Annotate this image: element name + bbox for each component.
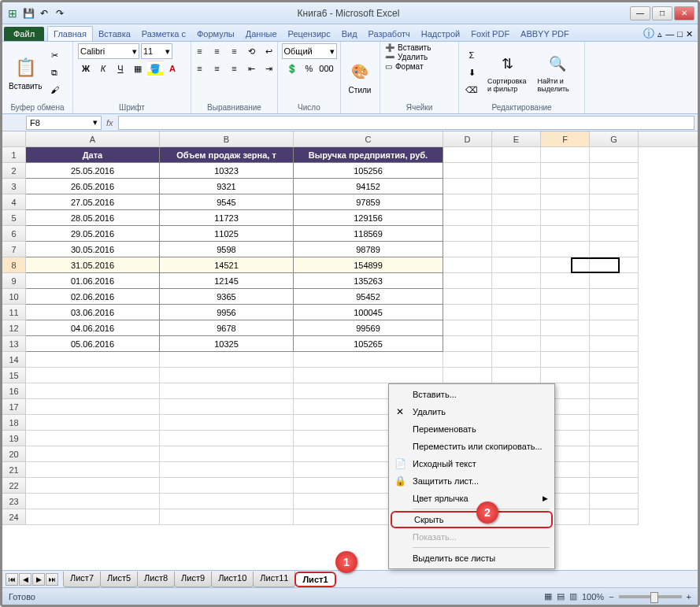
cell[interactable] bbox=[492, 352, 541, 368]
cell[interactable] bbox=[541, 210, 590, 226]
cell[interactable]: 154899 bbox=[294, 257, 443, 273]
cell[interactable]: 04.06.2016 bbox=[26, 320, 160, 336]
zoom-in-icon[interactable]: + bbox=[687, 592, 691, 601]
cell[interactable] bbox=[590, 257, 639, 273]
cell[interactable] bbox=[492, 320, 541, 336]
cell[interactable] bbox=[26, 509, 160, 525]
col-header-E[interactable]: E bbox=[492, 131, 541, 146]
cell[interactable]: 05.06.2016 bbox=[26, 336, 160, 352]
cell[interactable] bbox=[541, 273, 590, 289]
formula-input[interactable] bbox=[118, 116, 694, 130]
tab-Вставка[interactable]: Вставка bbox=[93, 27, 136, 41]
col-header-G[interactable]: G bbox=[590, 131, 639, 146]
row-header[interactable]: 6 bbox=[2, 226, 26, 242]
cell[interactable]: 9956 bbox=[160, 305, 294, 320]
zoom-out-icon[interactable]: − bbox=[609, 592, 613, 601]
cell[interactable] bbox=[443, 273, 492, 289]
cell[interactable] bbox=[590, 273, 639, 289]
col-header-C[interactable]: C bbox=[294, 131, 443, 146]
decrease-indent-icon[interactable]: ⇤ bbox=[244, 61, 260, 76]
row-header[interactable]: 22 bbox=[2, 478, 26, 494]
cell[interactable] bbox=[160, 352, 294, 368]
context-menu-item[interactable]: Переместить или скопировать... bbox=[391, 438, 553, 455]
cell[interactable] bbox=[590, 446, 639, 462]
align-left-icon[interactable]: ≡ bbox=[192, 61, 208, 76]
maximize-button[interactable]: □ bbox=[652, 6, 672, 20]
currency-icon[interactable]: 💲 bbox=[284, 61, 300, 76]
fill-icon[interactable]: ⬇ bbox=[464, 65, 480, 80]
align-middle-icon[interactable]: ≡ bbox=[209, 43, 225, 59]
cell[interactable] bbox=[26, 431, 160, 446]
find-select-button[interactable]: 🔍 Найти и выделить bbox=[536, 50, 580, 95]
cell[interactable]: 30.05.2016 bbox=[26, 242, 160, 257]
context-menu-item[interactable]: 📄Исходный текст bbox=[391, 455, 553, 472]
autosum-icon[interactable]: Σ bbox=[464, 47, 480, 63]
cell[interactable] bbox=[26, 462, 160, 478]
cell[interactable] bbox=[541, 163, 590, 179]
cell[interactable] bbox=[541, 320, 590, 336]
cell[interactable]: 25.05.2016 bbox=[26, 163, 160, 179]
cell[interactable] bbox=[26, 478, 160, 494]
cell[interactable] bbox=[590, 399, 639, 415]
col-header-B[interactable]: B bbox=[160, 131, 294, 146]
cell[interactable]: 105265 bbox=[294, 336, 443, 352]
cell[interactable] bbox=[26, 446, 160, 462]
tab-Foxit PDF[interactable]: Foxit PDF bbox=[465, 27, 515, 41]
cell[interactable] bbox=[590, 383, 639, 399]
view-layout-icon[interactable]: ▤ bbox=[557, 591, 565, 601]
cell[interactable]: 98789 bbox=[294, 242, 443, 257]
cell[interactable] bbox=[443, 336, 492, 352]
cell[interactable] bbox=[26, 399, 160, 415]
cell[interactable] bbox=[590, 320, 639, 336]
cell[interactable]: 02.06.2016 bbox=[26, 289, 160, 305]
cell[interactable] bbox=[492, 194, 541, 210]
tab-Разметка с[interactable]: Разметка с bbox=[136, 27, 191, 41]
cell[interactable] bbox=[492, 305, 541, 320]
cell[interactable]: 01.06.2016 bbox=[26, 273, 160, 289]
cell[interactable] bbox=[590, 368, 639, 383]
cell[interactable] bbox=[492, 147, 541, 163]
cell[interactable] bbox=[160, 446, 294, 462]
row-header[interactable]: 9 bbox=[2, 273, 26, 289]
number-format-select[interactable]: Общий▾ bbox=[282, 43, 337, 59]
wrap-text-icon[interactable]: ↩ bbox=[261, 43, 277, 59]
tab-Главная[interactable]: Главная bbox=[47, 26, 93, 41]
cell[interactable] bbox=[541, 368, 590, 383]
cell[interactable]: 95452 bbox=[294, 289, 443, 305]
format-cells-button[interactable]: ▭Формат bbox=[385, 62, 424, 71]
cell[interactable] bbox=[590, 179, 639, 194]
col-header-D[interactable]: D bbox=[443, 131, 492, 146]
cell[interactable] bbox=[590, 352, 639, 368]
cell[interactable] bbox=[443, 147, 492, 163]
cell[interactable] bbox=[443, 257, 492, 273]
close-button[interactable]: ✕ bbox=[674, 6, 694, 20]
row-header[interactable]: 20 bbox=[2, 446, 26, 462]
tab-Вид[interactable]: Вид bbox=[336, 27, 363, 41]
cell[interactable] bbox=[541, 194, 590, 210]
cell[interactable] bbox=[492, 257, 541, 273]
cell[interactable]: 9678 bbox=[160, 320, 294, 336]
cell[interactable]: 129156 bbox=[294, 210, 443, 226]
tab-Рецензирс[interactable]: Рецензирс bbox=[283, 27, 336, 41]
cell[interactable] bbox=[492, 368, 541, 383]
tab-first-icon[interactable]: ⏮ bbox=[6, 573, 18, 586]
cell[interactable] bbox=[160, 462, 294, 478]
cell[interactable] bbox=[492, 210, 541, 226]
cell[interactable] bbox=[541, 179, 590, 194]
cell[interactable]: Дата bbox=[26, 147, 160, 163]
cell[interactable] bbox=[443, 368, 492, 383]
tab-Формулы[interactable]: Формулы bbox=[191, 27, 240, 41]
cell[interactable]: 31.05.2016 bbox=[26, 257, 160, 273]
zoom-slider[interactable] bbox=[619, 595, 682, 598]
cell[interactable] bbox=[492, 289, 541, 305]
cell[interactable] bbox=[26, 415, 160, 431]
cell[interactable]: 9598 bbox=[160, 242, 294, 257]
sheet-tab-Лист8[interactable]: Лист8 bbox=[137, 572, 175, 587]
save-icon[interactable]: 💾 bbox=[21, 6, 35, 20]
align-center-icon[interactable]: ≡ bbox=[209, 61, 225, 76]
col-header-F[interactable]: F bbox=[541, 131, 590, 146]
cell[interactable]: 118569 bbox=[294, 226, 443, 242]
sheet-tab-Лист10[interactable]: Лист10 bbox=[211, 572, 254, 587]
name-box[interactable]: F8▾ bbox=[26, 116, 102, 130]
insert-cells-button[interactable]: ➕Вставить bbox=[385, 43, 431, 52]
